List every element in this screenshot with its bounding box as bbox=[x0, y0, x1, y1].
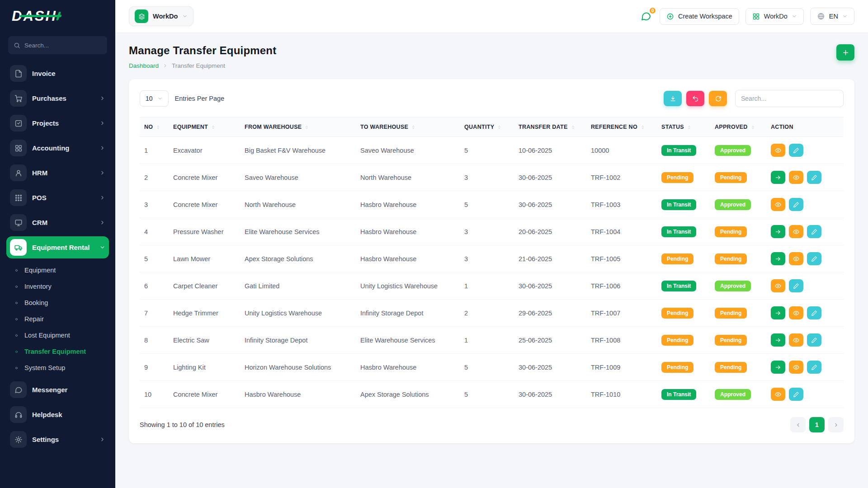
transfer-status-button[interactable] bbox=[771, 252, 785, 265]
column-transfer-date[interactable]: TRANSFER DATE bbox=[514, 117, 586, 137]
view-button[interactable] bbox=[789, 252, 803, 265]
edit-button[interactable] bbox=[807, 252, 821, 265]
view-button[interactable] bbox=[789, 306, 803, 319]
column-reference-no[interactable]: REFERENCE NO bbox=[586, 117, 657, 137]
sidebar-subitem-system-setup[interactable]: System Setup bbox=[6, 360, 109, 376]
transfer-status-button[interactable] bbox=[771, 361, 785, 374]
create-workspace-button[interactable]: Create Workspace bbox=[660, 8, 739, 25]
edit-button[interactable] bbox=[807, 361, 821, 374]
view-button[interactable] bbox=[771, 144, 785, 157]
prev-page-button[interactable] bbox=[790, 417, 806, 432]
sidebar-subitem-equipment[interactable]: Equipment bbox=[6, 262, 109, 278]
sidebar-search[interactable] bbox=[8, 36, 107, 54]
view-button[interactable] bbox=[771, 198, 785, 211]
sidebar-item-equipment-rental[interactable]: Equipment Rental bbox=[6, 236, 109, 258]
circle-icon bbox=[14, 333, 19, 338]
edit-button[interactable] bbox=[789, 279, 803, 292]
sidebar-search-input[interactable] bbox=[24, 42, 102, 49]
edit-button[interactable] bbox=[807, 333, 821, 347]
table-search-input[interactable] bbox=[735, 90, 844, 107]
entries-per-page-select[interactable]: 10 bbox=[140, 90, 169, 107]
notification-badge: 0 bbox=[649, 7, 656, 14]
sidebar-item-crm[interactable]: CRM bbox=[6, 211, 109, 234]
breadcrumb-dashboard-link[interactable]: Dashboard bbox=[129, 62, 159, 69]
column-approved[interactable]: APPROVED bbox=[710, 117, 766, 137]
sidebar-item-label: Helpdesk bbox=[32, 411, 62, 418]
view-button[interactable] bbox=[771, 388, 785, 401]
refresh-button[interactable] bbox=[709, 91, 727, 106]
cell-action bbox=[766, 218, 844, 245]
transfer-status-button[interactable] bbox=[771, 171, 785, 184]
edit-button[interactable] bbox=[789, 388, 803, 401]
pencil-icon bbox=[793, 283, 799, 289]
workspace-dropdown[interactable]: WorkDo bbox=[745, 8, 804, 25]
sidebar-item-invoice[interactable]: Invoice bbox=[6, 62, 109, 84]
equipment-rental-submenu: Equipment Inventory Booking Repair Lost … bbox=[6, 261, 109, 379]
sidebar-item-helpdesk[interactable]: Helpdesk bbox=[6, 404, 109, 426]
messages-button[interactable]: 0 bbox=[639, 9, 653, 23]
column-status[interactable]: STATUS bbox=[657, 117, 710, 137]
sidebar-item-pos[interactable]: POS bbox=[6, 187, 109, 209]
sort-icon bbox=[571, 125, 576, 130]
page-content: Manage Transfer Equipment Dashboard Tran… bbox=[115, 33, 868, 488]
view-button[interactable] bbox=[789, 333, 803, 347]
sidebar-subitem-inventory[interactable]: Inventory bbox=[6, 278, 109, 295]
edit-button[interactable] bbox=[807, 306, 821, 319]
cell-approved: Pending bbox=[710, 327, 766, 354]
column-equipment[interactable]: EQUIPMENT bbox=[169, 117, 240, 137]
edit-button[interactable] bbox=[807, 225, 821, 238]
cell-equipment: Pressure Washer bbox=[169, 218, 240, 245]
workspace-switcher[interactable]: WorkDo bbox=[129, 6, 193, 26]
sidebar-item-settings[interactable]: Settings bbox=[6, 428, 109, 450]
view-button[interactable] bbox=[789, 225, 803, 238]
page-1-button[interactable]: 1 bbox=[809, 417, 825, 432]
create-workspace-label: Create Workspace bbox=[678, 13, 732, 20]
cell-status: Pending bbox=[657, 354, 710, 381]
sidebar-item-label: Accounting bbox=[32, 144, 70, 152]
app-logo: DASH bbox=[6, 0, 109, 33]
sidebar-item-messenger[interactable]: Messenger bbox=[6, 379, 109, 401]
cell-quantity: 3 bbox=[460, 164, 514, 191]
monitor-icon bbox=[10, 214, 27, 231]
cell-reference-no: TRF-1007 bbox=[586, 300, 657, 327]
edit-button[interactable] bbox=[789, 198, 803, 211]
sidebar-subitem-label: Booking bbox=[24, 299, 48, 306]
sidebar-subitem-repair[interactable]: Repair bbox=[6, 311, 109, 327]
view-button[interactable] bbox=[789, 171, 803, 184]
export-button[interactable] bbox=[664, 91, 682, 106]
view-button[interactable] bbox=[789, 361, 803, 374]
edit-button[interactable] bbox=[789, 144, 803, 157]
column-quantity[interactable]: QUANTITY bbox=[460, 117, 514, 137]
cell-transfer-date: 30-06-2025 bbox=[514, 191, 586, 218]
cell-no: 8 bbox=[140, 327, 169, 354]
column-no[interactable]: NO bbox=[140, 117, 169, 137]
cell-quantity: 5 bbox=[460, 354, 514, 381]
column-to-warehouse[interactable]: TO WAREHOUSE bbox=[356, 117, 460, 137]
sidebar-item-hrm[interactable]: HRM bbox=[6, 162, 109, 184]
sidebar-subitem-booking[interactable]: Booking bbox=[6, 295, 109, 311]
sidebar-subitem-transfer-equipment[interactable]: Transfer Equipment bbox=[6, 343, 109, 360]
sidebar-subitem-lost-equipment[interactable]: Lost Equipment bbox=[6, 327, 109, 343]
sidebar-item-projects[interactable]: Projects bbox=[6, 112, 109, 134]
edit-button[interactable] bbox=[807, 171, 821, 184]
column-from-warehouse[interactable]: FROM WAREHOUSE bbox=[240, 117, 356, 137]
transfer-status-button[interactable] bbox=[771, 225, 785, 238]
cell-no: 9 bbox=[140, 354, 169, 381]
next-page-button[interactable] bbox=[828, 417, 844, 432]
language-dropdown[interactable]: EN bbox=[810, 8, 854, 25]
grid-icon bbox=[10, 140, 27, 156]
approved-badge: Approved bbox=[715, 389, 751, 400]
sidebar-item-purchases[interactable]: Purchases bbox=[6, 87, 109, 109]
transfer-status-button[interactable] bbox=[771, 306, 785, 319]
sidebar-item-accounting[interactable]: Accounting bbox=[6, 137, 109, 159]
cell-equipment: Concrete Mixer bbox=[169, 381, 240, 408]
reset-button[interactable] bbox=[686, 91, 704, 106]
pencil-icon bbox=[811, 256, 817, 262]
add-transfer-button[interactable] bbox=[836, 44, 854, 61]
cell-action bbox=[766, 191, 844, 218]
cell-no: 10 bbox=[140, 381, 169, 408]
transfer-status-button[interactable] bbox=[771, 333, 785, 347]
view-button[interactable] bbox=[771, 279, 785, 292]
cell-equipment: Concrete Mixer bbox=[169, 191, 240, 218]
undo-icon bbox=[692, 95, 699, 102]
